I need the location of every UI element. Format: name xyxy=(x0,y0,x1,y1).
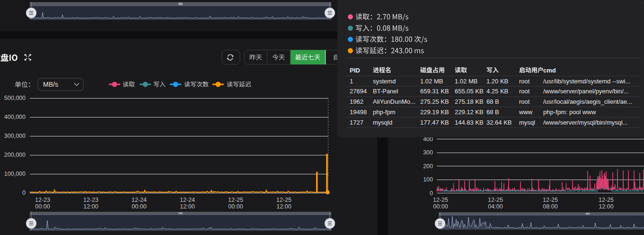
svg-text:/usr/lib/systemd/systemd --swi: /usr/lib/systemd/systemd --swi... xyxy=(543,78,630,85)
svg-text:68 B: 68 B xyxy=(486,108,499,116)
svg-text:www: www xyxy=(519,108,533,116)
svg-text:/usr/local/aegis/aegis_client/: /usr/local/aegis/aegis_client/ae... xyxy=(543,98,632,105)
svg-text:1727: 1727 xyxy=(350,119,363,126)
svg-text:AliYunDunMo...: AliYunDunMo... xyxy=(373,98,415,105)
svg-text:cmd: cmd xyxy=(543,67,556,74)
svg-text:php-fpm: pool www: php-fpm: pool www xyxy=(543,108,596,116)
svg-text:229.12 KB: 229.12 KB xyxy=(455,108,484,116)
svg-text:275.25 KB: 275.25 KB xyxy=(420,98,449,105)
svg-text:root: root xyxy=(519,98,530,105)
svg-text:4.25 KB: 4.25 KB xyxy=(486,88,508,95)
svg-text:mysqld: mysqld xyxy=(373,119,392,126)
svg-text:/www/server/panel/pyenv/bin/..: /www/server/panel/pyenv/bin/... xyxy=(543,88,629,95)
svg-text:1.02 MB: 1.02 MB xyxy=(420,78,443,85)
svg-text:27694: 27694 xyxy=(350,88,367,95)
svg-text:/www/server/mysql/bin/mysql...: /www/server/mysql/bin/mysql... xyxy=(543,119,627,126)
svg-text:root: root xyxy=(519,88,530,95)
svg-text:1: 1 xyxy=(350,78,353,85)
svg-text:68 B: 68 B xyxy=(486,98,499,105)
svg-text:PID: PID xyxy=(350,67,360,74)
svg-text:1.02 MB: 1.02 MB xyxy=(455,78,477,85)
svg-text:1.20 KB: 1.20 KB xyxy=(486,78,508,85)
svg-text:BT-Panel: BT-Panel xyxy=(373,88,398,95)
svg-text:655.05 KB: 655.05 KB xyxy=(455,88,484,95)
svg-text:144.83 KB: 144.83 KB xyxy=(455,119,484,126)
svg-text:32.64 KB: 32.64 KB xyxy=(486,119,512,126)
svg-text:659.31 KB: 659.31 KB xyxy=(420,88,449,95)
svg-text:mysql: mysql xyxy=(519,119,535,126)
svg-text:systemd: systemd xyxy=(373,78,396,85)
svg-text:1962: 1962 xyxy=(350,98,363,105)
svg-text:php-fpm: php-fpm xyxy=(373,108,396,116)
svg-text:19498: 19498 xyxy=(350,108,367,116)
svg-text:177.47 KB: 177.47 KB xyxy=(420,119,449,126)
svg-text:root: root xyxy=(519,78,530,85)
svg-text:275.18 KB: 275.18 KB xyxy=(455,98,484,105)
svg-text:229.19 KB: 229.19 KB xyxy=(420,108,449,116)
